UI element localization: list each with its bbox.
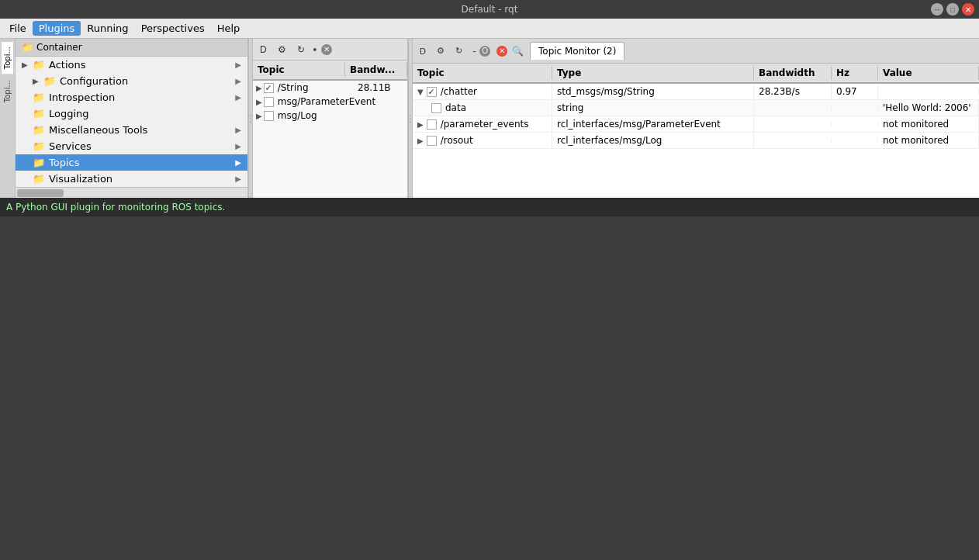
close-btn-red[interactable]: ✕ (496, 46, 507, 57)
minimize-button[interactable]: ─ (931, 3, 943, 16)
close-btn-right-panel[interactable]: O (479, 46, 490, 57)
label-actions: Actions (49, 59, 235, 71)
type-col-rosout: rcl_interfaces/msg/Log (552, 133, 754, 148)
menu-plugins[interactable]: Plugins (33, 21, 81, 36)
topic-data-label: data (445, 102, 466, 113)
folder-icon-actions: 📁 (33, 59, 45, 71)
left-row-param[interactable]: ▶ msg/ParameterEvent (253, 95, 407, 109)
type-col-param-events: rcl_interfaces/msg/ParameterEvent (552, 116, 754, 132)
header-value-label: Value (883, 67, 912, 78)
tree-item-misc[interactable]: 📁 Miscellaneous Tools ▶ (16, 122, 247, 138)
hz-col-rosout (832, 138, 878, 143)
topic-col-chatter: ▼ ✓ /chatter (413, 84, 552, 99)
dot-right: - (472, 45, 476, 57)
right-panel: D ⚙ ↻ • ✕ Topic Bandw... ▶ (253, 39, 979, 198)
refresh-btn-left[interactable]: D (256, 42, 271, 57)
folder-icon-misc: 📁 (33, 124, 45, 136)
expand-chatter[interactable]: ▼ (417, 88, 424, 96)
left-sub-toolbar: D ⚙ ↻ • ✕ (253, 39, 407, 60)
tree-item-actions[interactable]: ▶ 📁 Actions ▶ (16, 57, 247, 73)
h-scrollbar-thumb[interactable] (17, 189, 64, 197)
topic-chatter-label: /chatter (441, 86, 477, 97)
label-introspection: Introspection (49, 92, 235, 103)
value-col-rosout: not monitored (878, 133, 979, 148)
checkbox-rosout[interactable] (427, 136, 437, 146)
tree-item-logging[interactable]: 📁 Logging (16, 105, 247, 122)
menu-help[interactable]: Help (211, 21, 247, 36)
checkbox-param-events[interactable] (427, 119, 437, 130)
search-icon-right: 🔍 (512, 46, 524, 57)
bw-col-rosout (754, 138, 832, 143)
left-panel-header: 📁 Container (16, 39, 247, 57)
chevron-visualization: ▶ (235, 175, 241, 183)
label-services: Services (49, 140, 235, 152)
tree-item-introspection[interactable]: 📁 Introspection ▶ (16, 89, 247, 105)
left-row-log[interactable]: ▶ msg/Log (253, 109, 407, 123)
left-panel: 📁 Container ▶ 📁 Actions ▶ ▶ 📁 Configurat… (16, 39, 248, 198)
folder-icon-configuration: 📁 (43, 75, 56, 87)
topic-log: msg/Log (278, 110, 404, 121)
bw-string: 28.11B (358, 82, 404, 93)
tree-item-configuration[interactable]: ▶ 📁 Configuration ▶ (16, 73, 247, 89)
status-bar: A Python GUI plugin for monitoring ROS t… (0, 198, 979, 216)
tab-tool-gear[interactable]: ⚙ (433, 43, 448, 58)
table-row-rosout[interactable]: ▶ /rosout rcl_interfaces/msg/Log not mon… (413, 133, 979, 149)
tab-tool-refresh[interactable]: ↻ (451, 43, 466, 58)
topic-string: /String (278, 82, 356, 93)
header-value: Value (878, 66, 979, 80)
hz-col-chatter: 0.97 (832, 84, 878, 99)
expand-param-events[interactable]: ▶ (417, 120, 424, 129)
table-row-chatter[interactable]: ▼ ✓ /chatter std_msgs/msg/String 28.23B/… (413, 84, 979, 100)
bw-col-data (754, 105, 832, 110)
checkbox-param[interactable] (264, 97, 274, 107)
table-row-param-events[interactable]: ▶ /parameter_events rcl_interfaces/msg/P… (413, 116, 979, 133)
checkbox-data[interactable] (431, 103, 441, 113)
header-topic: Topic (413, 66, 552, 80)
right-table-header: Topic Type Bandwidth Hz Value (413, 64, 979, 84)
left-row-string[interactable]: ▶ ✓ /String 28.11B (253, 81, 407, 95)
split-right: D ⚙ ↻ • ✕ Topic Bandw... ▶ (253, 39, 979, 198)
bw-col-chatter: 28.23B/s (754, 84, 832, 99)
value-col-chatter (878, 89, 979, 94)
label-topics: Topics (49, 157, 235, 168)
chevron-misc: ▶ (235, 126, 241, 134)
close-button[interactable]: ✕ (962, 3, 974, 16)
tab-tool-d[interactable]: D (416, 44, 430, 58)
chevron-topics: ▶ (235, 158, 241, 167)
left-sub-panel: D ⚙ ↻ • ✕ Topic Bandw... ▶ (253, 39, 408, 198)
h-scrollbar[interactable] (16, 187, 247, 198)
vtab-1[interactable]: Topi... (2, 42, 13, 74)
settings-btn-left[interactable]: ⚙ (274, 42, 290, 57)
topic-col-rosout: ▶ /rosout (413, 133, 552, 148)
menu-file[interactable]: File (3, 21, 33, 36)
menu-running[interactable]: Running (81, 21, 134, 36)
maximize-button[interactable]: □ (946, 3, 959, 16)
window-controls: ─ □ ✕ (931, 3, 974, 16)
header-bandwidth-label: Bandwidth (759, 67, 815, 78)
label-logging: Logging (49, 108, 241, 119)
left-vtabs: Topi... Topi... (0, 39, 16, 198)
checkbox-chatter[interactable]: ✓ (427, 87, 437, 97)
expand-rosout[interactable]: ▶ (417, 137, 424, 145)
checkbox-log[interactable] (264, 111, 274, 121)
header-hz: Hz (832, 66, 878, 80)
table-row-data[interactable]: data string 'Hello World: 2006' (413, 100, 979, 116)
header-bandwidth: Bandwidth (754, 66, 832, 80)
topic-rosout-label: /rosout (441, 135, 473, 146)
tab-topic-monitor[interactable]: Topic Monitor (2) (530, 42, 624, 60)
close-btn-left[interactable]: ✕ (321, 44, 332, 55)
header-hz-label: Hz (836, 67, 849, 78)
topic-col-param-events: ▶ /parameter_events (413, 116, 552, 132)
right-sub-panel: D ⚙ ↻ - O ✕ 🔍 Topic Monitor (2) Topic (413, 39, 979, 198)
menu-perspectives[interactable]: Perspectives (135, 21, 211, 36)
arrow-configuration: ▶ (33, 77, 43, 85)
tree-item-topics[interactable]: 📁 Topics ▶ (16, 154, 247, 171)
window-title: Default - rqt (462, 4, 518, 15)
tree-item-services[interactable]: 📁 Services ▶ (16, 138, 247, 154)
checkbox-string[interactable]: ✓ (264, 83, 274, 93)
tree-item-visualization[interactable]: 📁 Visualization ▶ (16, 171, 247, 187)
container-label: Container (36, 42, 82, 53)
expand-arrow-string: ▶ (256, 84, 262, 92)
refresh2-btn-left[interactable]: ↻ (293, 42, 309, 57)
vtab-2[interactable]: Topi... (2, 75, 13, 107)
